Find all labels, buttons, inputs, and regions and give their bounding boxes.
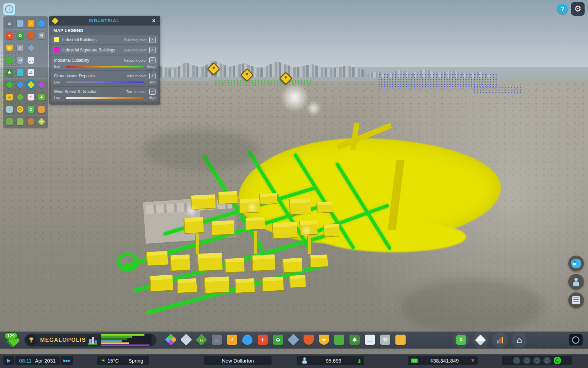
sidebar-item-noise-pollution[interactable] <box>26 116 36 127</box>
industrial-building <box>197 252 223 272</box>
sidebar-empty-slot <box>36 42 47 53</box>
sidebar-item-administration[interactable]: ⌂ <box>15 42 26 53</box>
industrial-building <box>262 276 284 292</box>
legend-label: Industrial Signature Buildings <box>62 48 124 52</box>
tool-education-tool[interactable] <box>288 334 299 346</box>
sidebar-item-workers[interactable] <box>36 104 47 115</box>
statistics-button[interactable] <box>492 332 508 348</box>
photo-mode-button[interactable] <box>569 334 583 346</box>
legend-type-label: Building color <box>124 38 147 42</box>
sidebar-item-happiness[interactable]: ☺ <box>15 104 26 115</box>
sidebar-item-money[interactable]: ¢ <box>26 104 36 115</box>
economy-button[interactable]: ¢ <box>453 332 469 348</box>
groundwater-gradient-bar <box>66 81 144 83</box>
tool-landscaping-tool[interactable]: ⚒ <box>380 335 390 345</box>
journal-button[interactable] <box>568 292 584 308</box>
tool-water-tool[interactable] <box>242 335 252 345</box>
construction-tools: ⌂≡⚡+♻★♣…⚒ <box>166 335 406 345</box>
sidebar-item-electricity[interactable]: ⚡ <box>26 18 36 29</box>
sidebar-item-zones-purple[interactable] <box>36 79 47 90</box>
progression-badge[interactable]: 129 <box>4 333 22 348</box>
sidebar-item-industrial[interactable] <box>26 79 36 90</box>
sidebar-item-zones-green[interactable] <box>4 79 15 90</box>
tool-parks-tool[interactable]: ♣ <box>349 335 360 345</box>
milestone-pill[interactable]: MEGALOPOLIS <box>24 334 93 347</box>
population-trend-up-icon: ▲▲ <box>358 359 361 363</box>
sidebar-item-zones-blue[interactable] <box>15 79 26 90</box>
tool-garbage-tool[interactable]: ♻ <box>273 335 283 345</box>
sidebar-item-roads[interactable]: ≡ <box>4 18 15 29</box>
happiness-box[interactable]: ☹☹☹☺☺ <box>502 356 572 365</box>
notes-icon <box>572 296 580 304</box>
checkbox[interactable]: ✓ <box>149 47 156 53</box>
tool-terrain-tool[interactable] <box>180 334 192 346</box>
sidebar-item-terrain[interactable] <box>4 116 15 127</box>
cloud-shadow <box>143 129 259 170</box>
checkbox[interactable]: ✓ <box>149 89 156 95</box>
tool-roads-tool[interactable]: ≡ <box>212 335 222 345</box>
sidebar-item-transit-stops[interactable] <box>15 18 26 29</box>
checkbox[interactable]: ✓ <box>149 73 156 79</box>
sidebar-item-wind[interactable]: ✦ <box>36 116 47 127</box>
sim-speed-button[interactable]: ▶▶▶ <box>61 356 73 365</box>
sidebar-item-nature[interactable] <box>15 116 26 127</box>
tool-communications-tool[interactable]: … <box>365 335 375 345</box>
sidebar-item-healthcare[interactable]: + <box>4 30 15 41</box>
chirper-bird-icon <box>571 259 581 268</box>
sidebar-item-water-sewage[interactable] <box>36 18 47 29</box>
factory-chimney <box>195 234 199 254</box>
bar-chart-icon <box>497 337 503 343</box>
demand-bar-industrial <box>101 342 152 344</box>
transportation-icon <box>6 57 13 64</box>
sidebar-item-police[interactable]: ★ <box>4 42 15 53</box>
sidebar-item-parks-recreation[interactable]: ♣ <box>4 67 15 78</box>
money-trend-down-icon: ▼ <box>471 358 474 363</box>
time-date-box[interactable]: 08:11 Apr 2031 <box>15 356 60 365</box>
sidebar-item-fire-rescue[interactable] <box>26 30 36 41</box>
tool-electricity-tool[interactable]: ⚡ <box>227 335 237 345</box>
legend-row-industrial-buildings: Industrial Buildings Building color ✓ <box>51 35 158 44</box>
population-box[interactable]: 95,699 ▲▲ <box>297 356 364 365</box>
tool-police-tool[interactable]: ★ <box>319 335 329 345</box>
sidebar-item-connections[interactable]: • <box>26 91 36 103</box>
chirper-button[interactable] <box>568 256 584 271</box>
progression-home-button[interactable]: ⌂ <box>511 332 527 348</box>
sidebar-item-communications[interactable]: … <box>26 55 36 66</box>
legend-type-label: Network color <box>124 58 147 62</box>
settings-button[interactable]: ⚙ <box>571 2 585 16</box>
happiness-face-active: ☺ <box>554 357 561 364</box>
city-icon <box>87 335 98 345</box>
tool-zones[interactable] <box>165 334 177 346</box>
roads-icon: ≡ <box>6 20 13 27</box>
tool-service-buildings[interactable]: ⌂ <box>196 334 208 346</box>
tool-fire-tool[interactable] <box>304 335 314 345</box>
checkbox[interactable]: ✓ <box>149 57 156 63</box>
city-name[interactable]: New Dollarton <box>204 356 272 365</box>
sidebar-item-education[interactable] <box>26 42 36 53</box>
tool-bulldozer-tool[interactable] <box>395 335 406 345</box>
demand-pill[interactable] <box>86 334 157 347</box>
citizen-lifepath-button[interactable] <box>568 274 584 290</box>
sidebar-item-garbage[interactable]: ♻ <box>15 30 26 41</box>
checkbox[interactable]: ✓ <box>149 37 156 43</box>
help-button[interactable]: ? <box>557 4 568 14</box>
sidebar-item-maintenance[interactable]: ⚒ <box>36 30 47 41</box>
tool-healthcare-tool[interactable]: + <box>258 335 268 345</box>
sidebar-item-routes[interactable]: ⇄ <box>26 67 36 78</box>
sidebar-item-tourism[interactable] <box>15 67 26 78</box>
info-views-button[interactable]: i <box>3 3 16 16</box>
close-icon[interactable]: × <box>150 17 158 25</box>
sidebar-item-residential[interactable]: ⌂ <box>4 91 15 103</box>
play-pause-button[interactable]: ▶ <box>3 356 14 365</box>
communications-icon: … <box>28 57 34 64</box>
sidebar-item-vegetation[interactable]: ♣ <box>36 91 47 103</box>
city-map-button[interactable] <box>473 332 488 348</box>
gradient-low-label: Bad <box>54 65 64 68</box>
sidebar-item-transportation[interactable] <box>4 55 15 66</box>
sidebar-item-population[interactable] <box>4 104 15 115</box>
tool-transportation-tool[interactable] <box>334 335 344 345</box>
money-box[interactable]: ¢38,341,849 ▼ <box>408 356 478 365</box>
legend-label: Wind Speed & Direction <box>54 89 126 94</box>
sidebar-item-land-value[interactable] <box>15 91 26 103</box>
sidebar-item-mail[interactable]: ✉ <box>15 55 26 66</box>
